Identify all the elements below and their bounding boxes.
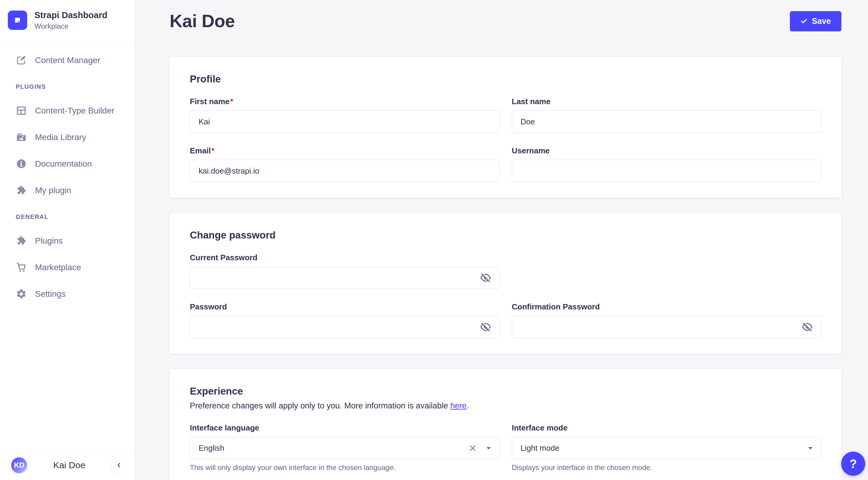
help-button-label: ? <box>849 457 857 471</box>
toggle-password-visibility-button[interactable] <box>479 271 492 284</box>
current-password-input[interactable] <box>190 267 499 289</box>
sidebar-item-label: Documentation <box>35 159 92 169</box>
check-icon <box>800 18 808 25</box>
picture-icon <box>16 131 27 143</box>
save-button-label: Save <box>812 17 831 26</box>
toggle-password-visibility-button[interactable] <box>479 320 492 334</box>
email-input[interactable] <box>190 160 499 182</box>
collapse-sidebar-button[interactable] <box>112 458 126 473</box>
label-text: Interface mode <box>512 423 568 432</box>
toggle-password-visibility-button[interactable] <box>801 320 814 334</box>
interface-mode-select[interactable]: Light mode <box>512 437 822 459</box>
sidebar-item-label: Content-Type Builder <box>35 106 114 116</box>
workspace-home-link[interactable]: Strapi Dashboard Workplace <box>0 0 134 42</box>
interface-language-field: Interface language English T <box>190 423 499 472</box>
sidebar-item-documentation[interactable]: Documentation <box>0 151 134 177</box>
label-text: Current Password <box>190 253 257 262</box>
required-mark: * <box>230 97 233 106</box>
interface-mode-field: Interface mode Light mode Displays your … <box>512 423 822 472</box>
label-text: Confirmation Password <box>512 302 600 311</box>
new-password-field: Password <box>190 302 499 338</box>
sidebar-nav: Content Manager PLUGINS Content-Type Bui… <box>0 42 134 307</box>
required-mark: * <box>211 146 214 155</box>
label-text: Password <box>190 302 227 311</box>
last-name-field: Last name <box>512 97 822 133</box>
email-field: Email* <box>190 146 499 182</box>
chevron-down-icon <box>486 446 491 450</box>
nav-section-general: GENERAL <box>0 213 134 220</box>
gear-icon <box>16 288 27 299</box>
experience-card: Experience Preference changes will apply… <box>169 369 841 480</box>
user-name: Kai Doe <box>27 460 112 470</box>
interface-mode-hint: Displays your interface in the chosen mo… <box>512 463 822 472</box>
confirm-password-field: Confirmation Password <box>512 302 822 338</box>
chevron-left-icon <box>115 461 123 469</box>
profile-card: Profile First name* Last name Email* Use… <box>169 57 841 198</box>
shopping-cart-icon <box>16 262 27 273</box>
sidebar-item-content-type-builder[interactable]: Content-Type Builder <box>0 97 134 124</box>
label-text: First name <box>190 97 230 106</box>
workspace-subtitle: Workplace <box>34 22 107 30</box>
username-field: Username <box>512 146 822 182</box>
first-name-field: First name* <box>190 97 499 133</box>
selected-mode: Light mode <box>521 444 560 453</box>
interface-mode-label: Interface mode <box>512 423 822 432</box>
experience-description: Preference changes will apply only to yo… <box>190 401 821 411</box>
confirm-password-input[interactable] <box>512 316 822 338</box>
current-password-label: Current Password <box>190 253 499 262</box>
first-name-label: First name* <box>190 97 499 106</box>
page-header: Kai Doe Save <box>169 11 841 31</box>
sidebar-item-my-plugin[interactable]: My plugin <box>0 177 134 204</box>
last-name-input[interactable] <box>512 111 822 133</box>
eye-off-icon <box>480 273 491 283</box>
nav-section-plugins: PLUGINS <box>0 83 134 90</box>
profile-section-title: Profile <box>190 73 821 85</box>
main-content: Kai Doe Save Profile First name* Last na… <box>135 0 868 480</box>
help-button[interactable]: ? <box>841 452 865 476</box>
workspace-title: Strapi Dashboard <box>34 10 107 21</box>
sidebar-item-label: Plugins <box>35 236 63 246</box>
username-input[interactable] <box>512 160 822 182</box>
sidebar-item-label: My plugin <box>35 186 71 195</box>
edit-pen-icon <box>16 55 27 66</box>
description-text: Preference changes will apply only to yo… <box>190 401 450 410</box>
interface-language-hint: This will only display your own interfac… <box>190 463 499 472</box>
puzzle-icon <box>16 235 27 246</box>
username-label: Username <box>512 146 822 155</box>
interface-language-label: Interface language <box>190 423 499 432</box>
avatar: KD <box>11 457 27 473</box>
sidebar-item-label: Media Library <box>35 132 86 142</box>
page-title: Kai Doe <box>169 11 235 31</box>
sidebar-item-content-manager[interactable]: Content Manager <box>0 47 134 74</box>
sidebar-item-marketplace[interactable]: Marketplace <box>0 254 134 281</box>
new-password-input[interactable] <box>190 316 499 338</box>
layout-grid-icon <box>16 105 27 116</box>
confirm-password-label: Confirmation Password <box>512 302 822 311</box>
label-text: Interface language <box>190 423 259 432</box>
avatar-initials: KD <box>14 461 25 470</box>
email-label: Email* <box>190 146 499 155</box>
change-password-section-title: Change password <box>190 230 821 241</box>
sidebar-footer: KD Kai Doe <box>0 450 134 480</box>
current-password-field: Current Password <box>190 253 499 289</box>
selected-language: English <box>198 444 224 453</box>
clear-selection-icon[interactable] <box>469 444 477 452</box>
sidebar-item-label: Content Manager <box>35 56 100 65</box>
interface-language-select[interactable]: English <box>190 437 499 459</box>
more-info-link[interactable]: here <box>450 401 467 410</box>
puzzle-icon <box>16 185 27 196</box>
first-name-input[interactable] <box>190 111 499 133</box>
sidebar-item-plugins[interactable]: Plugins <box>0 228 134 254</box>
sidebar: Strapi Dashboard Workplace Content Manag… <box>0 0 135 480</box>
label-text: Username <box>512 146 550 155</box>
label-text: Email <box>190 146 211 155</box>
eye-off-icon <box>480 322 491 332</box>
change-password-card: Change password Current Password Passwor… <box>169 213 841 354</box>
last-name-label: Last name <box>512 97 822 106</box>
sidebar-item-settings[interactable]: Settings <box>0 281 134 307</box>
sidebar-item-media-library[interactable]: Media Library <box>0 124 134 151</box>
experience-section-title: Experience <box>190 386 821 397</box>
sidebar-item-label: Settings <box>35 289 65 299</box>
info-circle-icon <box>16 158 27 169</box>
save-button[interactable]: Save <box>790 11 841 31</box>
